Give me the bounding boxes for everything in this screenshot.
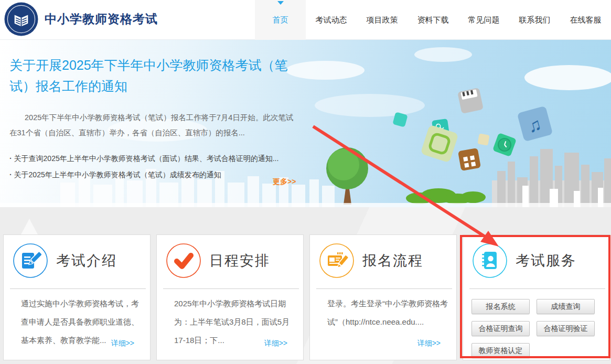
nav-item-home[interactable]: 首页 — [255, 0, 306, 40]
card-title: 报名流程 — [362, 251, 423, 270]
nav-label: 首页 — [273, 15, 288, 25]
nav-label: 在线客服 — [570, 15, 602, 25]
card-registration-process: 报名流程 登录。考生登录“中小学教师资格考试”（http://ntce.neea… — [309, 234, 457, 360]
cards-row: 考试介绍 通过实施中小学教师资格考试，考查申请人是否具备教师职业道德、基本素养、… — [3, 234, 610, 360]
notice-title[interactable]: 关于开展2025年下半年中小学教师资格考试（笔试）报名工作的通知 — [9, 55, 297, 97]
more-link[interactable]: 更多>> — [273, 177, 296, 187]
service-button-score-query[interactable]: 成绩查询 — [537, 299, 595, 314]
checkmark-icon — [166, 243, 201, 278]
ntce-homepage: 中小学教师资格考试 首页 考试动态 项目政策 资料下载 常见问题 联系我们 — [0, 0, 611, 364]
newspaper-pencil-icon — [319, 243, 354, 278]
site-header: 中小学教师资格考试 首页 考试动态 项目政策 资料下载 常见问题 联系我们 — [0, 0, 611, 40]
green-frame-cube — [420, 124, 458, 163]
green-clock-cube — [492, 133, 517, 157]
detail-link[interactable]: 详细>> — [264, 339, 287, 348]
nav-label: 考试动态 — [316, 15, 347, 25]
bushes-shape — [406, 188, 486, 204]
book-emblem-icon — [4, 2, 38, 36]
brown-dice-cube — [458, 148, 481, 171]
card-text: 登录。考生登录“中小学教师资格考试”（http://ntce.neea.edu.… — [327, 294, 451, 331]
hero-banner: ♫ 关于开展2025年下半年中小学教师资格考试（笔试）报名工作的通知 2025年… — [0, 40, 611, 207]
card-title: 日程安排 — [209, 251, 270, 270]
card-divider — [316, 288, 452, 289]
background-deco-shape — [21, 219, 38, 234]
quick-links-section: 考试介绍 通过实施中小学教师资格考试，考查申请人是否具备教师职业道德、基本素养、… — [0, 207, 611, 364]
nav-item-contact[interactable]: 联系我们 — [509, 0, 560, 40]
card-exam-services: 考试服务 报名系统 成绩查询 合格证明查询 合格证明验证 教师资格认定 — [463, 234, 610, 360]
nav-item-downloads[interactable]: 资料下载 — [408, 0, 458, 40]
card-title: 考试介绍 — [56, 251, 117, 270]
news-link[interactable]: 关于2025年上半年中小学教师资格考试（笔试）成绩发布的通知 — [9, 167, 299, 183]
nav-label: 资料下载 — [417, 15, 449, 25]
card-exam-intro: 考试介绍 通过实施中小学教师资格考试，考查申请人是否具备教师职业道德、基本素养、… — [3, 234, 151, 360]
site-title: 中小学教师资格考试 — [45, 11, 158, 27]
card-divider — [10, 288, 146, 289]
document-pencil-icon — [13, 243, 48, 278]
card-divider — [469, 288, 605, 289]
nav-label: 项目政策 — [367, 15, 398, 25]
nav-item-online-service[interactable]: 在线客服 — [560, 0, 611, 40]
card-schedule: 日程安排 2025年中小学教师资格考试日期为：上半年笔试3月8日，面试5月17-… — [156, 234, 304, 360]
card-divider — [163, 288, 299, 289]
contact-book-icon — [473, 243, 507, 278]
nav-item-policies[interactable]: 项目政策 — [357, 0, 408, 40]
detail-link[interactable]: 详细>> — [417, 339, 441, 348]
service-button-registration[interactable]: 报名系统 — [471, 299, 530, 314]
brand-link[interactable]: 中小学教师资格考试 — [4, 2, 158, 36]
blue-music-cube: ♫ — [517, 106, 553, 142]
service-button-certificate-query[interactable]: 合格证明查询 — [471, 321, 530, 336]
notice-excerpt: 2025年下半年中小学教师资格考试（笔试）报名工作将于7月4日开始。此次笔试在3… — [9, 110, 298, 141]
main-nav: 首页 考试动态 项目政策 资料下载 常见问题 联系我们 在线客服 — [255, 0, 611, 40]
active-tab-caret-icon — [277, 1, 284, 5]
service-buttons: 报名系统 成绩查询 合格证明查询 合格证明验证 教师资格认定 — [471, 299, 595, 358]
cloud-shape — [286, 61, 365, 80]
nav-label: 联系我们 — [519, 15, 551, 25]
service-button-teacher-certification[interactable]: 教师资格认定 — [471, 343, 530, 358]
beige-cube — [477, 133, 489, 145]
news-link[interactable]: 关于查询2025年上半年中小学教师资格考试（面试）结果、考试合格证明的通知... — [9, 151, 299, 167]
piano-cube — [457, 88, 484, 114]
nav-item-exam-news[interactable]: 考试动态 — [306, 0, 357, 40]
service-button-certificate-verify[interactable]: 合格证明验证 — [537, 321, 595, 336]
detail-link[interactable]: 详细>> — [111, 339, 134, 348]
nav-item-faq[interactable]: 常见问题 — [458, 0, 509, 40]
card-title: 考试服务 — [516, 251, 576, 270]
nav-label: 常见问题 — [468, 15, 500, 25]
news-list: 关于查询2025年上半年中小学教师资格考试（面试）结果、考试合格证明的通知...… — [9, 151, 299, 183]
